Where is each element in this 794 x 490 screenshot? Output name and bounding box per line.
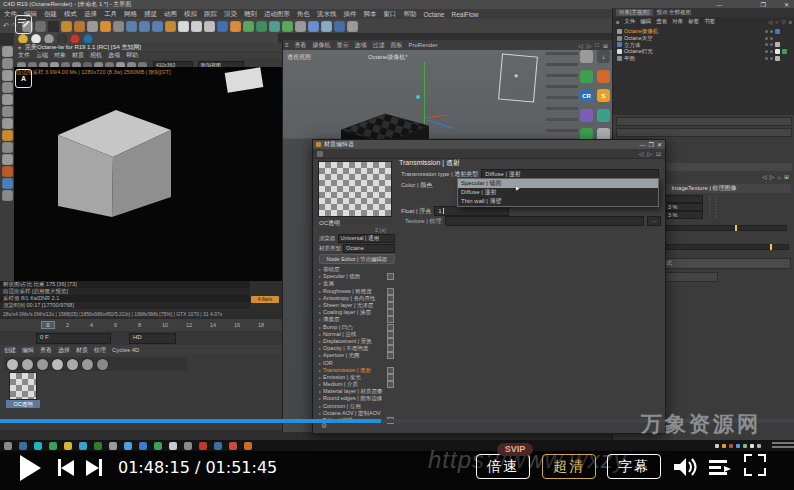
channel-row[interactable]: ▸ Coating layer | 涂层 bbox=[317, 309, 397, 316]
toolbar-icon[interactable] bbox=[334, 21, 345, 32]
viewport-menu-item[interactable]: 选项 bbox=[355, 41, 367, 50]
channel-label[interactable]: Aperture | 光圈 bbox=[323, 352, 360, 359]
toolbar-icon[interactable] bbox=[100, 21, 111, 32]
menu-item[interactable]: 选择 bbox=[84, 10, 97, 19]
objmgr-menu-item[interactable]: 对象 bbox=[672, 18, 683, 25]
channel-row[interactable]: ▸ Octane AOV | 定制AOV bbox=[317, 410, 397, 417]
toolbar-icon[interactable] bbox=[217, 21, 228, 32]
expander-icon[interactable]: ▸ bbox=[319, 404, 321, 409]
render-dot[interactable] bbox=[770, 30, 773, 33]
channel-checkbox[interactable] bbox=[387, 352, 394, 359]
objmgr-menu-item[interactable]: 标签 bbox=[688, 18, 699, 25]
channel-checkbox[interactable] bbox=[387, 316, 394, 323]
viewport-menu-icon[interactable]: ≡ bbox=[285, 42, 289, 48]
lv-menu-item[interactable]: 帮助 bbox=[126, 51, 138, 59]
mode-icon[interactable] bbox=[2, 82, 13, 93]
node-editor-button[interactable]: Node Editor | 节点编辑器 bbox=[319, 254, 395, 264]
object-tag-icon[interactable] bbox=[775, 29, 780, 34]
expander-icon[interactable]: ▸ bbox=[319, 361, 321, 366]
lv-menu-item[interactable]: 文件 bbox=[18, 51, 30, 59]
resolution-button[interactable]: HD bbox=[129, 333, 176, 344]
current-frame-field[interactable]: 0 F bbox=[36, 333, 111, 344]
enable-dot[interactable] bbox=[765, 37, 768, 40]
viewport-view-icon[interactable]: ◁ bbox=[578, 42, 583, 49]
object-tag-icon2[interactable] bbox=[782, 49, 787, 54]
expander-icon[interactable]: ▸ bbox=[319, 389, 321, 394]
attr-row-handle[interactable]: ⋮⋮ bbox=[707, 204, 720, 210]
objmgr-menu-item[interactable]: 编辑 bbox=[640, 18, 651, 25]
attr-row-handle[interactable]: ⋮⋮ bbox=[707, 212, 720, 218]
enable-dot[interactable] bbox=[765, 57, 768, 60]
channel-checkbox[interactable] bbox=[387, 302, 394, 309]
objmgr-filter-icon[interactable]: ≡ bbox=[789, 19, 792, 25]
menu-item[interactable]: 运动图形 bbox=[264, 10, 290, 19]
render-dot[interactable] bbox=[770, 37, 773, 40]
expander-icon[interactable]: ▸ bbox=[319, 368, 321, 373]
axis-z-blue[interactable] bbox=[428, 120, 453, 129]
tray-icon[interactable] bbox=[757, 444, 761, 448]
channel-label[interactable]: Common | 公用 bbox=[323, 403, 361, 410]
next-button[interactable] bbox=[86, 459, 102, 476]
menu-item[interactable]: 角色 bbox=[297, 10, 310, 19]
channel-checkbox[interactable] bbox=[387, 288, 394, 295]
channel-row[interactable]: ▸ Common | 公用 bbox=[317, 403, 397, 410]
channel-checkbox[interactable] bbox=[387, 338, 394, 345]
tray-icon[interactable] bbox=[736, 444, 740, 448]
channel-row[interactable]: ▸ Specular | 镜面 bbox=[317, 273, 397, 280]
expander-icon[interactable]: ▸ bbox=[319, 274, 321, 279]
expander-icon[interactable]: ▸ bbox=[319, 375, 321, 380]
channel-label[interactable]: 薄膜层 bbox=[323, 316, 340, 323]
toolbar-icon[interactable] bbox=[256, 21, 267, 32]
material-preview[interactable] bbox=[319, 162, 391, 216]
channel-checkbox[interactable] bbox=[387, 381, 394, 388]
expander-icon[interactable]: ▸ bbox=[319, 353, 321, 358]
lv-menu-item[interactable]: 云端 bbox=[36, 51, 48, 59]
channel-row[interactable]: ▸ Anisotropy | 各向异性 bbox=[317, 295, 397, 302]
plugin-icon[interactable]: CR bbox=[580, 89, 593, 102]
dialog-nav-icon[interactable]: ◁ bbox=[639, 150, 644, 157]
material-type-dropdown[interactable]: Octane bbox=[343, 244, 395, 253]
attr-row-value[interactable]: 3 % bbox=[665, 203, 703, 211]
plugin-icon[interactable]: S bbox=[597, 89, 610, 102]
material-name-label[interactable]: OC透明 bbox=[6, 400, 40, 408]
mode-icon[interactable] bbox=[2, 178, 13, 189]
expander-icon[interactable]: ▸ bbox=[319, 339, 321, 344]
area-light-outline[interactable]: * bbox=[498, 54, 538, 103]
render-dot[interactable] bbox=[770, 43, 773, 46]
channel-row[interactable]: ▸ 薄膜层 bbox=[317, 316, 397, 323]
expander-icon[interactable]: ▸ bbox=[319, 332, 321, 337]
objmgr-filter-icon[interactable]: ◁ bbox=[768, 19, 772, 25]
objmgr-menu-item[interactable]: 书签 bbox=[704, 18, 715, 25]
channel-label[interactable]: Normal | 法线 bbox=[323, 331, 356, 338]
menu-item[interactable]: 插件 bbox=[344, 10, 357, 19]
channel-checkbox[interactable] bbox=[387, 309, 394, 316]
channel-label[interactable]: Bump | 凹凸 bbox=[323, 324, 353, 331]
toolbar-icon[interactable] bbox=[308, 21, 319, 32]
matmgr-menu-item[interactable]: 编辑 bbox=[22, 346, 34, 355]
attr-nav-icon[interactable]: ⌂ bbox=[777, 174, 781, 180]
expander-icon[interactable]: ▸ bbox=[319, 303, 321, 308]
material-preset-icon[interactable] bbox=[67, 359, 78, 370]
channel-label[interactable]: Opacity | 不透明度 bbox=[323, 345, 368, 352]
channel-row[interactable]: ▸ Bump | 凹凸 bbox=[317, 324, 397, 331]
material-preset-icon[interactable] bbox=[37, 359, 48, 370]
toolbar-icon[interactable] bbox=[295, 21, 306, 32]
dropdown-option[interactable]: Thin wall | 薄壁 bbox=[458, 197, 658, 206]
menu-item[interactable]: RealFlow bbox=[451, 11, 478, 18]
plugin-icon[interactable] bbox=[580, 70, 593, 83]
toolbar-icon[interactable] bbox=[191, 21, 202, 32]
attr-row-value[interactable]: 3 % bbox=[665, 211, 703, 219]
channel-row[interactable]: ▸ Medium | 介质 bbox=[317, 381, 397, 388]
expander-icon[interactable]: ▸ bbox=[319, 317, 321, 322]
viewport-menu-item[interactable]: ProRender bbox=[409, 42, 438, 48]
object-tag-icon[interactable] bbox=[775, 42, 780, 47]
channel-checkbox[interactable] bbox=[387, 295, 394, 302]
channel-checkbox[interactable] bbox=[387, 324, 394, 331]
toolbar-icon[interactable] bbox=[87, 21, 98, 32]
mode-icon[interactable] bbox=[2, 58, 13, 69]
expander-icon[interactable]: ▸ bbox=[319, 411, 321, 416]
menu-item[interactable]: 雕刻 bbox=[244, 10, 257, 19]
mode-icon[interactable] bbox=[2, 142, 13, 153]
plugin-icon[interactable]: ↓ bbox=[597, 50, 610, 63]
mode-icon[interactable] bbox=[2, 130, 13, 141]
